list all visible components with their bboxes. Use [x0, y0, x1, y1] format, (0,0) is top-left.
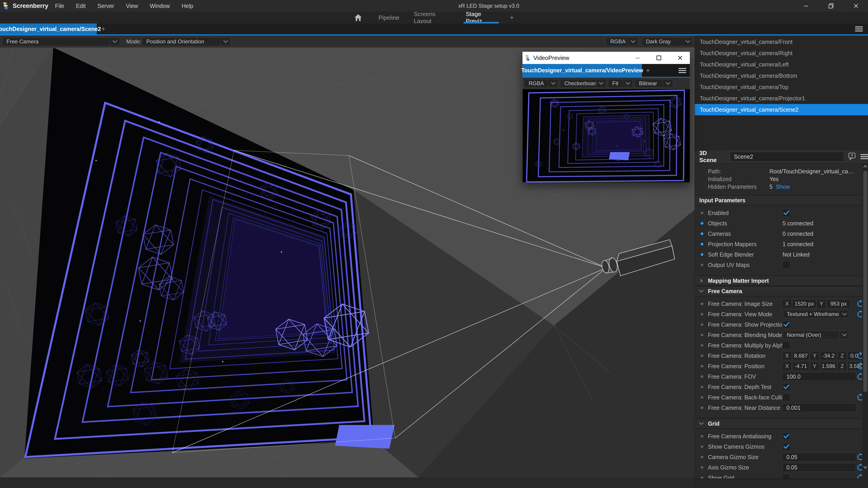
- video-preview-titlebar[interactable]: VideoPreview: [523, 52, 690, 64]
- reset-icon[interactable]: [857, 362, 862, 370]
- close-button[interactable]: [850, 1, 862, 10]
- minimize-button[interactable]: [800, 1, 812, 10]
- camera-list-item[interactable]: TouchDesigner_virtual_camera/Projector1: [695, 93, 868, 104]
- restore-button[interactable]: [825, 1, 837, 10]
- checkbox-checked[interactable]: [782, 209, 790, 217]
- parameter-sections: Input ParametersEnabledObjects5 connecte…: [695, 195, 862, 479]
- scene-name-input[interactable]: Scene2: [730, 152, 844, 161]
- checkbox-unchecked[interactable]: [782, 341, 790, 349]
- tab-menu-icon[interactable]: [855, 27, 863, 31]
- axis-value-input[interactable]: 8.687: [793, 352, 809, 360]
- mode-select[interactable]: Position and Orientation: [142, 37, 230, 46]
- menu-window[interactable]: Window: [150, 3, 170, 9]
- checkbox-checked[interactable]: [782, 432, 790, 440]
- maximize-button[interactable]: [653, 54, 664, 62]
- reset-icon[interactable]: [857, 310, 862, 318]
- panel-menu-icon[interactable]: [861, 154, 868, 159]
- unlinked-dot-icon: [701, 313, 704, 316]
- minimize-button[interactable]: [632, 54, 643, 62]
- checkbox-unchecked[interactable]: [782, 474, 790, 479]
- video-preview-window[interactable]: VideoPreview TouchDesigner_virtual_camer…: [522, 52, 690, 183]
- camera-list-item[interactable]: TouchDesigner_virtual_camera/Bottom: [695, 70, 868, 82]
- linked-dot-icon: [701, 253, 704, 256]
- axis-value-input[interactable]: 953 px: [827, 299, 850, 308]
- checkbox-checked[interactable]: [782, 383, 790, 391]
- scroll-down-icon[interactable]: [863, 466, 867, 469]
- reset-icon[interactable]: [857, 474, 862, 479]
- axis-value-input[interactable]: 1.596: [820, 362, 837, 370]
- param-text-input[interactable]: 0.05: [782, 463, 856, 472]
- close-button[interactable]: [675, 54, 686, 62]
- section-header-input-parameters[interactable]: Input Parameters: [695, 195, 862, 205]
- tab-scene2[interactable]: TouchDesigner_virtual_camera/Scene2: [0, 24, 97, 34]
- param-label: Free Camera: Depth Test: [708, 384, 771, 390]
- reset-icon[interactable]: [857, 393, 862, 401]
- camera-list-item[interactable]: TouchDesigner_virtual_camera/Front: [695, 36, 868, 47]
- camera-select[interactable]: Free Camera: [2, 37, 120, 46]
- show-hidden-link[interactable]: Show: [776, 184, 790, 190]
- nav-tab-screens-layout[interactable]: Screens Layout: [414, 12, 452, 24]
- param-text-input[interactable]: 0.001: [782, 403, 856, 412]
- axis-value-input[interactable]: -34.2: [820, 352, 837, 360]
- scrollbar-thumb[interactable]: [863, 171, 867, 392]
- checkbox-unchecked[interactable]: [782, 393, 790, 401]
- reset-icon[interactable]: [857, 352, 862, 360]
- preview-dropdown-checkerboard[interactable]: Checkerboard: [560, 79, 606, 88]
- section-header-mapping-matter-import[interactable]: Mapping Matter Import: [695, 275, 862, 286]
- camera-list-item[interactable]: TouchDesigner_virtual_camera/Left: [695, 59, 868, 70]
- menu-view[interactable]: View: [126, 3, 138, 9]
- nav-tab-pipeline[interactable]: Pipeline: [379, 12, 398, 24]
- param-text-input[interactable]: 0.05: [782, 453, 856, 461]
- section-header-grid[interactable]: Grid: [695, 418, 862, 429]
- scroll-up-icon[interactable]: [863, 165, 867, 168]
- chevron-down-icon: [683, 37, 692, 46]
- param-control: [782, 383, 790, 391]
- section-header-free-camera[interactable]: Free Camera: [695, 286, 862, 296]
- axis-value-input[interactable]: 1520 px: [793, 299, 816, 308]
- menu-edit[interactable]: Edit: [76, 3, 86, 9]
- section-chevron-icon[interactable]: [695, 290, 708, 293]
- add-tab-button[interactable]: +: [101, 24, 105, 34]
- preview-dropdown-fit[interactable]: Fit: [608, 79, 633, 88]
- panel-scrollbar[interactable]: [863, 164, 868, 479]
- preview-menu-icon[interactable]: [679, 68, 686, 73]
- axis-value-input[interactable]: -4.71: [793, 362, 809, 370]
- param-control: [782, 432, 790, 440]
- param-control: 0 connected: [782, 231, 813, 237]
- dropdown[interactable]: Textured + Wireframe: [782, 310, 849, 319]
- param-text-input[interactable]: 100.0: [782, 372, 856, 381]
- channels-select[interactable]: RGBA: [606, 37, 638, 46]
- menu-file[interactable]: File: [55, 3, 64, 9]
- axis-label: Z: [838, 362, 847, 370]
- reset-icon[interactable]: [857, 300, 862, 307]
- help-icon[interactable]: ?: [848, 152, 856, 161]
- camera-list-item[interactable]: TouchDesigner_virtual_camera/Right: [695, 47, 868, 59]
- reset-icon[interactable]: [857, 373, 862, 381]
- camera-list-item[interactable]: TouchDesigner_virtual_camera/Top: [695, 82, 868, 93]
- param-row: Axis Gizmo Size0.05: [695, 462, 862, 473]
- preview-dropdown-bilinear[interactable]: Bilinear: [635, 79, 673, 88]
- dropdown[interactable]: Normal (Over): [782, 331, 849, 339]
- camera-list-item[interactable]: TouchDesigner_virtual_camera/Scene2: [695, 104, 868, 115]
- param-row: Objects5 connected: [695, 218, 862, 229]
- video-preview-canvas[interactable]: [523, 89, 690, 183]
- background-select[interactable]: Dark Gray: [642, 37, 693, 46]
- add-tab-button[interactable]: +: [646, 67, 650, 74]
- menu-server[interactable]: Server: [97, 3, 114, 9]
- param-control: [782, 393, 790, 401]
- section-chevron-icon[interactable]: [695, 279, 708, 282]
- section-chevron-icon[interactable]: [695, 422, 708, 425]
- chevron-down-icon: [220, 37, 230, 46]
- param-label: Free Camera: FOV: [708, 373, 756, 380]
- preview-dropdown-rgba[interactable]: RGBA: [524, 79, 558, 88]
- checkbox-checked[interactable]: [782, 443, 790, 451]
- checkbox-checked[interactable]: [782, 321, 790, 328]
- param-label: Free Camera: Show Projections: [708, 321, 788, 328]
- checkbox-unchecked[interactable]: [782, 261, 790, 269]
- home-button[interactable]: [354, 12, 362, 24]
- reset-icon[interactable]: [857, 453, 862, 461]
- reset-icon[interactable]: [857, 464, 862, 471]
- menu-help[interactable]: Help: [182, 3, 193, 9]
- tab-video-preview[interactable]: TouchDesigner_virtual_camera/VideoPrevie…: [523, 64, 642, 77]
- add-view-button[interactable]: +: [510, 12, 514, 24]
